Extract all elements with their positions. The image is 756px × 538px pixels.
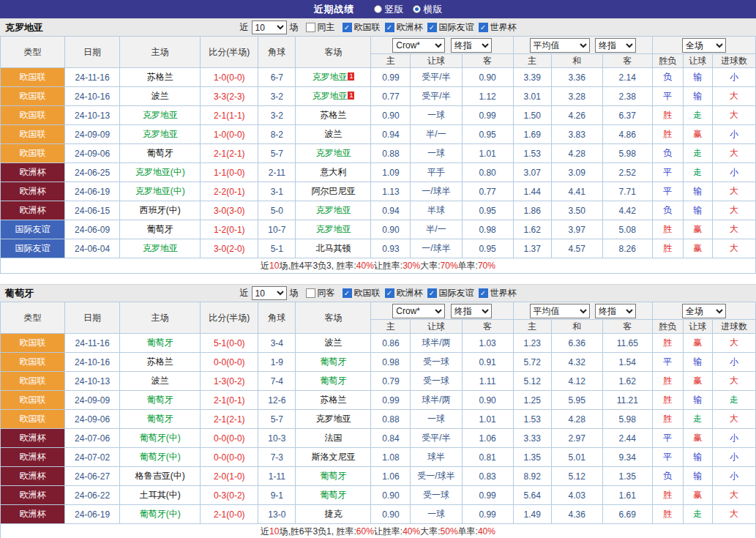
home-team: 葡萄牙(中) — [120, 505, 201, 524]
same-venue-filter[interactable]: 同主 — [306, 21, 335, 34]
handicap-line: 受平/半 — [411, 68, 462, 87]
home-team: 波兰 — [120, 87, 201, 106]
checkbox-icon: ✓ — [385, 288, 394, 298]
odds-company-select[interactable]: Crow* — [392, 304, 445, 318]
corner-count: 10-3 — [258, 429, 296, 448]
subcol-result-goals: 进球数 — [712, 320, 755, 334]
summary-segment: 让胜率: — [374, 260, 403, 272]
home-team-name: 克罗地亚 — [143, 110, 178, 120]
col-header-away: 客场 — [296, 37, 371, 68]
avg-odds-draw: 4.26 — [551, 106, 602, 125]
match-score: 3-0(3-0) — [201, 201, 258, 220]
odds-time-select[interactable]: 终指 — [451, 38, 492, 53]
result-handicap: 走 — [683, 163, 712, 182]
odds-time-select[interactable]: 终指 — [451, 304, 492, 318]
team-section: 克罗地亚 近 10 场 同主 ✓欧国联✓欧洲杯✓国际友谊✓世界杯 — [0, 18, 756, 284]
avg-odds-away: 11.21 — [602, 391, 652, 410]
avg-odds-away: 5.08 — [602, 220, 652, 239]
avg-odds-home: 8.92 — [513, 467, 551, 486]
away-team-name: 克罗地亚 — [315, 205, 351, 215]
scope-select[interactable]: 全场 — [682, 304, 726, 318]
away-team-name: 法国 — [324, 433, 342, 443]
same-venue-label: 同主 — [318, 21, 335, 34]
match-date: 24-06-25 — [65, 163, 120, 182]
result-handicap: 输 — [683, 87, 712, 106]
comp-filter-euro-cup[interactable]: ✓欧洲杯 — [385, 287, 423, 299]
match-score: 2-0(1-0) — [201, 467, 258, 486]
subcol-result-outcome: 胜负 — [652, 54, 683, 68]
result-goals: 大 — [712, 239, 755, 258]
match-date: 24-07-02 — [65, 448, 120, 467]
avg-time-select[interactable]: 终指 — [595, 304, 636, 318]
result-handicap: 赢 — [683, 125, 712, 144]
result-handicap: 输 — [683, 448, 712, 467]
section-header: 葡萄牙 近 10 场 同客 ✓欧国联✓欧洲杯✓国际友谊✓世界杯 — [0, 284, 756, 302]
avg-odds-away: 4.42 — [602, 201, 652, 220]
comp-filter-nations-league[interactable]: ✓欧国联 — [343, 287, 381, 299]
avg-odds-home: 5.12 — [513, 372, 551, 391]
layout-radio-vertical[interactable]: 竖版 — [374, 3, 404, 16]
result-outcome: 胜 — [652, 239, 683, 258]
corner-count: 3-2 — [258, 106, 296, 125]
comp-filter-intl-friendly[interactable]: ✓国际友谊 — [427, 21, 474, 34]
matches-body: 欧国联24-11-16葡萄牙5-1(0-0)3-4波兰0.86球半/两1.031… — [1, 334, 756, 524]
away-team: 苏格兰 — [296, 106, 371, 125]
avg-odds-away: 2.44 — [602, 429, 652, 448]
avg-odds-home: 1.69 — [513, 125, 551, 144]
handicap-odds-home: 0.94 — [371, 125, 411, 144]
result-outcome: 平 — [652, 182, 683, 201]
avg-odds-draw: 5.01 — [551, 448, 602, 467]
match-score: 5-1(0-0) — [201, 334, 258, 353]
avg-odds-away: 5.98 — [602, 144, 652, 163]
avg-odds-home: 1.50 — [513, 106, 551, 125]
result-goals: 大 — [712, 144, 755, 163]
match-date: 24-06-15 — [65, 201, 120, 220]
away-team-name: 克罗地亚 — [312, 91, 347, 101]
result-handicap: 走 — [683, 144, 712, 163]
home-team-name: 葡萄牙 — [147, 224, 173, 234]
avg-odds-home: 1.53 — [513, 410, 551, 429]
radio-label: 横版 — [424, 3, 443, 16]
corner-count: 9-1 — [258, 486, 296, 505]
odds-company-select[interactable]: Crow* — [392, 38, 445, 53]
away-team-name: 克罗地亚 — [315, 224, 351, 234]
competition-badge: 欧国联 — [1, 391, 65, 410]
avg-odds-away: 5.98 — [602, 410, 652, 429]
handicap-odds-home: 0.88 — [371, 410, 411, 429]
comp-filter-euro-cup[interactable]: ✓欧洲杯 — [385, 21, 423, 34]
match-row: 欧国联24-10-13波兰1-3(0-2)7-4葡萄牙0.79受一球1.115.… — [1, 372, 756, 391]
avg-value-select[interactable]: 平均值 — [530, 38, 590, 53]
comp-filter-world-cup[interactable]: ✓世界杯 — [479, 287, 517, 299]
home-team: 克罗地亚 — [120, 106, 201, 125]
comp-filter-world-cup[interactable]: ✓世界杯 — [479, 21, 517, 34]
summary-segment: 60% — [356, 526, 374, 537]
avg-odds-home: 1.35 — [513, 448, 551, 467]
near-label: 近 — [240, 287, 249, 299]
avg-odds-away: 8.26 — [602, 239, 652, 258]
page-title: 近期战绩 — [314, 3, 355, 16]
comp-filter-intl-friendly[interactable]: ✓国际友谊 — [427, 287, 474, 299]
home-team: 葡萄牙 — [120, 391, 201, 410]
scope-select[interactable]: 全场 — [682, 38, 726, 53]
match-count-select[interactable]: 10 — [252, 20, 287, 34]
same-venue-filter[interactable]: 同客 — [306, 287, 335, 299]
layout-radio-horizontal[interactable]: 横版 — [413, 3, 443, 16]
match-row: 欧国联24-11-16苏格兰1-0(0-0)6-7克罗地亚10.99受平/半0.… — [1, 68, 756, 87]
checkbox-icon: ✓ — [343, 288, 352, 298]
avg-odds-away: 2.38 — [602, 87, 652, 106]
away-team: 克罗地亚 — [296, 201, 371, 220]
away-team: 波兰 — [296, 125, 371, 144]
match-score: 0-0(0-0) — [201, 429, 258, 448]
avg-value-select[interactable]: 平均值 — [530, 304, 590, 318]
result-outcome: 胜 — [652, 334, 683, 353]
away-team: 克罗地亚 — [296, 144, 371, 163]
home-team: 葡萄牙(中) — [120, 429, 201, 448]
result-handicap: 赢 — [683, 372, 712, 391]
match-row: 欧国联24-09-06葡萄牙2-1(2-1)5-7克罗地亚0.88一球1.011… — [1, 144, 756, 163]
handicap-odds-home: 0.99 — [371, 68, 411, 87]
result-outcome: 平 — [652, 429, 683, 448]
match-count-select[interactable]: 10 — [252, 286, 287, 300]
comp-filter-nations-league[interactable]: ✓欧国联 — [343, 21, 381, 34]
avg-time-select[interactable]: 终指 — [595, 38, 636, 53]
match-score: 2-1(2-1) — [201, 144, 258, 163]
